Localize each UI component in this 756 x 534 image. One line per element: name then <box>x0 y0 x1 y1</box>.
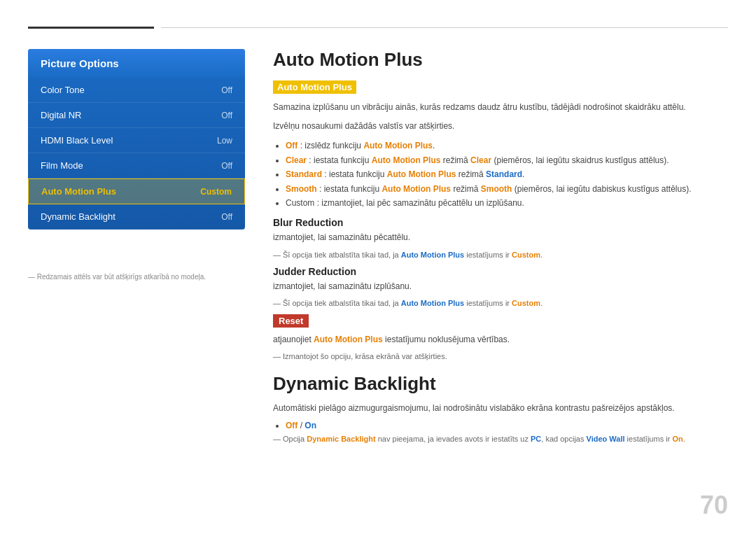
dynamic-backlight-note-vw: Video Wall <box>587 435 625 443</box>
sidebar-note: ― Redzamais attēls var būt atšķirīgs atk… <box>28 273 245 281</box>
bullet-clear-key: Clear <box>286 155 307 165</box>
judder-reduction-desc: izmantojiet, lai samazinātu izplūšanu. <box>273 280 735 293</box>
bullet-off: Off : izslēdz funkciju Auto Motion Plus. <box>286 139 735 153</box>
bullet-smooth-text: : iestata funkciju <box>317 184 382 194</box>
auto-motion-plus-desc2: Izvēlņu nosaukumi dažādās valstīs var at… <box>273 120 735 133</box>
bullet-clear-rest: (piemēros, lai iegūtu skaidrus kustīgus … <box>491 155 668 165</box>
dynamic-backlight-slash: / <box>298 421 304 430</box>
blur-reduction-note-text: Šī opcija tiek atbalstīta tikai tad, ja <box>283 251 401 259</box>
bullet-standard-text: : iestata funkciju <box>322 169 387 179</box>
bullet-smooth-link: Auto Motion Plus <box>382 184 451 194</box>
auto-motion-plus-title: Auto Motion Plus <box>273 49 735 71</box>
sidebar-item-label: Auto Motion Plus <box>41 186 116 197</box>
bullet-smooth-rest: (piemēros, lai iegūtu dabiskus kustīgus … <box>512 184 691 194</box>
sidebar-item-value: Low <box>217 136 232 146</box>
top-line-light <box>161 27 728 28</box>
sidebar-item-label: Dynamic Backlight <box>41 211 115 222</box>
bullet-clear: Clear : iestata funkciju Auto Motion Plu… <box>286 153 735 167</box>
bullet-off-key: Off <box>286 141 298 150</box>
bullet-standard-key: Standard <box>286 169 322 179</box>
judder-reduction-note-text2: iestatījums ir <box>464 299 512 307</box>
bullet-off-link: Auto Motion Plus <box>363 141 433 150</box>
sidebar-item-dynamic-backlight[interactable]: Dynamic Backlight Off <box>28 204 245 230</box>
sidebar-item-digital-nr[interactable]: Digital NR Off <box>28 103 245 128</box>
sidebar-item-label: HDMI Black Level <box>41 135 113 146</box>
auto-motion-plus-bullets: Off : izslēdz funkciju Auto Motion Plus.… <box>286 139 735 210</box>
dynamic-backlight-desc: Automātiski pielāgo aizmugurgaismojumu, … <box>273 402 735 415</box>
bullet-off-text: : izslēdz funkciju <box>298 141 363 150</box>
judder-reduction-note-text: Šī opcija tiek atbalstīta tikai tad, ja <box>283 299 401 307</box>
auto-motion-plus-desc: Samazina izplūšanu un vibrāciju ainās, k… <box>273 101 735 114</box>
dynamic-backlight-note-text4: iestatījums ir <box>625 435 673 443</box>
sidebar-item-hdmi-black-level[interactable]: HDMI Black Level Low <box>28 128 245 153</box>
dynamic-backlight-note-link: Dynamic Backlight <box>307 435 375 443</box>
blur-reduction-title: Blur Reduction <box>273 217 735 228</box>
blur-reduction-note-link: Auto Motion Plus <box>401 251 464 259</box>
sidebar-item-value: Custom <box>200 187 232 197</box>
dynamic-backlight-bullets: Off / On <box>286 421 735 430</box>
reset-desc-link: Auto Motion Plus <box>314 335 383 344</box>
reset-desc-text2: iestatījumu noklusējuma vērtības. <box>383 335 510 344</box>
top-line-dark <box>28 27 154 29</box>
dynamic-backlight-note-end: . <box>683 435 685 443</box>
sidebar-item-value: Off <box>221 85 232 95</box>
dynamic-backlight-off-on: Off / On <box>286 421 735 430</box>
sidebar-item-auto-motion-plus[interactable]: Auto Motion Plus Custom <box>28 178 245 204</box>
sidebar-item-value: Off <box>221 111 232 120</box>
bullet-custom-key: Custom <box>286 198 314 208</box>
reset-desc: atjaunojiet Auto Motion Plus iestatījumu… <box>273 333 735 346</box>
sidebar-item-label: Digital NR <box>41 110 82 120</box>
top-decorative-lines <box>0 27 756 29</box>
judder-reduction-note-end: . <box>540 299 542 307</box>
bullet-standard-link2: Standard <box>486 169 522 179</box>
bullet-smooth-link2: Smooth <box>481 184 512 194</box>
sidebar-item-label: Film Mode <box>41 160 83 171</box>
reset-highlight: Reset <box>273 314 309 328</box>
bullet-clear-text2: režimā <box>440 155 470 165</box>
bullet-off-rest: . <box>433 141 435 150</box>
sidebar-item-color-tone[interactable]: Color Tone Off <box>28 78 245 103</box>
sidebar-title: Picture Options <box>28 49 245 78</box>
judder-reduction-note-link: Auto Motion Plus <box>401 299 464 307</box>
sidebar-item-value: Off <box>221 212 232 222</box>
bullet-clear-link2: Clear <box>470 155 491 165</box>
auto-motion-plus-highlight: Auto Motion Plus <box>273 80 356 94</box>
judder-reduction-note-custom: Custom <box>512 299 540 307</box>
dynamic-backlight-note-text2: nav pieejama, ja ievades avots ir iestat… <box>376 435 531 443</box>
judder-reduction-note: Šī opcija tiek atbalstīta tikai tad, ja … <box>273 299 735 307</box>
dynamic-backlight-note-on: On <box>672 435 682 443</box>
blur-reduction-note-custom: Custom <box>512 251 540 259</box>
main-content: Auto Motion Plus Auto Motion Plus Samazi… <box>273 49 735 513</box>
sidebar-item-film-mode[interactable]: Film Mode Off <box>28 153 245 178</box>
blur-reduction-note-end: . <box>540 251 542 259</box>
dynamic-backlight-note-text3: , kad opcijas <box>541 435 586 443</box>
bullet-custom-text: : izmantojiet, lai pēc samazinātu pēcatt… <box>314 198 524 208</box>
blur-reduction-desc: izmantojiet, lai samazinātu pēcattēlu. <box>273 231 735 244</box>
page-number: 70 <box>700 491 728 520</box>
bullet-smooth-key: Smooth <box>286 184 317 194</box>
judder-reduction-title: Judder Reduction <box>273 266 735 277</box>
bullet-custom: Custom : izmantojiet, lai pēc samazinātu… <box>286 196 735 210</box>
bullet-smooth: Smooth : iestata funkciju Auto Motion Pl… <box>286 182 735 196</box>
bullet-smooth-text2: režimā <box>451 184 481 194</box>
dynamic-backlight-note-pc: PC <box>531 435 541 443</box>
dynamic-backlight-off-text: Off <box>286 421 298 430</box>
bullet-standard-rest: . <box>522 169 524 179</box>
dynamic-backlight-on-text: On <box>304 421 316 430</box>
sidebar-item-value: Off <box>221 161 232 171</box>
sidebar: Picture Options Color Tone Off Digital N… <box>28 49 245 230</box>
dynamic-backlight-note: Opcija Dynamic Backlight nav pieejama, j… <box>273 435 735 443</box>
dynamic-backlight-note-text: Opcija <box>283 435 307 443</box>
bullet-clear-text: : iestata funkciju <box>307 155 372 165</box>
sidebar-item-label: Color Tone <box>41 85 85 95</box>
bullet-standard-text2: režimā <box>456 169 486 179</box>
blur-reduction-note-text2: iestatījums ir <box>464 251 512 259</box>
bullet-clear-link: Auto Motion Plus <box>372 155 441 165</box>
bullet-standard: Standard : iestata funkciju Auto Motion … <box>286 167 735 181</box>
dynamic-backlight-title: Dynamic Backlight <box>273 373 735 395</box>
blur-reduction-note: Šī opcija tiek atbalstīta tikai tad, ja … <box>273 251 735 259</box>
reset-note: Izmantojot šo opciju, krāsa ekrānā var a… <box>273 352 735 360</box>
bullet-standard-link: Auto Motion Plus <box>387 169 456 179</box>
reset-desc-text1: atjaunojiet <box>273 335 314 344</box>
